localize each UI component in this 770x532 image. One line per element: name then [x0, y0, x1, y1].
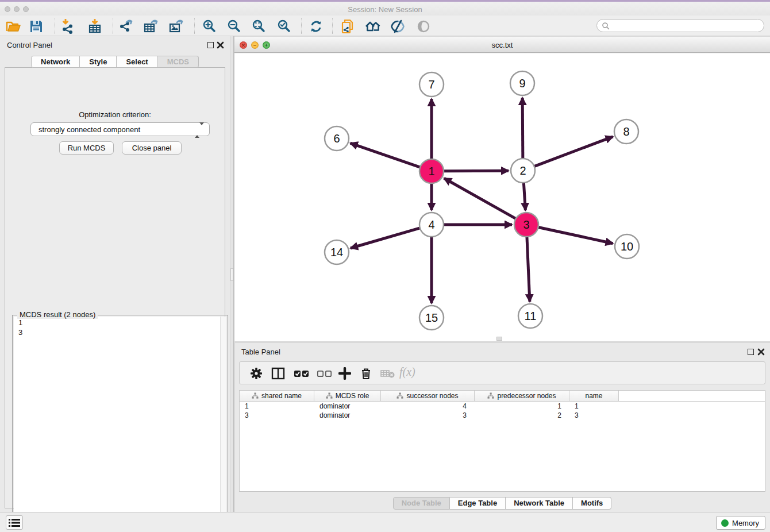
vertical-splitter[interactable] [230, 36, 234, 512]
graph-node-label-6: 6 [333, 132, 340, 145]
graph-edge-3-11[interactable] [527, 237, 530, 302]
style-slash-icon[interactable] [390, 19, 405, 34]
zoom-fit-icon[interactable] [251, 19, 266, 34]
tab-network[interactable]: Network [31, 56, 80, 68]
graph-node-label-15: 15 [425, 311, 438, 324]
result-scrollbar[interactable] [220, 317, 226, 532]
graph-edge-2-9[interactable] [522, 98, 523, 159]
graph-node-label-1: 1 [428, 165, 434, 178]
import-network-icon[interactable] [61, 19, 76, 34]
cell-predecessor-nodes[interactable]: 1 [475, 402, 569, 411]
deselect-all-icon[interactable] [317, 367, 333, 380]
tab-mcds[interactable]: MCDS [158, 56, 199, 68]
table-row[interactable]: 1dominator411 [240, 402, 765, 411]
memory-button[interactable]: Memory [716, 516, 765, 530]
cell-shared-name[interactable]: 3 [240, 411, 314, 420]
tab-network-table[interactable]: Network Table [506, 497, 573, 510]
task-history-button[interactable] [6, 515, 23, 530]
control-panel-title: Control Panel [7, 41, 52, 49]
main-toolbar [0, 16, 770, 36]
mcds-result-node: 1 [14, 318, 226, 327]
import-table-icon[interactable] [87, 19, 102, 34]
graph-edge-2-8[interactable] [534, 137, 613, 167]
delete-column-trash-icon[interactable] [360, 367, 372, 380]
zoom-in-icon[interactable] [202, 19, 217, 34]
show-columns-icon[interactable] [271, 367, 285, 380]
control-panel-tabs: NetworkStyleSelectMCDS [0, 56, 230, 68]
column-header-successor-nodes[interactable]: successor nodes [381, 391, 475, 401]
select-stepper-icon [195, 125, 204, 136]
export-table-icon[interactable] [143, 19, 158, 34]
graph-edge-1-2[interactable] [444, 171, 509, 171]
graph-edge-3-10[interactable] [538, 227, 613, 243]
graph-node-label-4: 4 [428, 218, 434, 231]
table-settings-gear-icon[interactable] [250, 367, 263, 380]
cell-name[interactable]: 1 [569, 402, 619, 411]
cell-successor-nodes[interactable]: 3 [381, 411, 475, 420]
splitter-grip[interactable] [230, 268, 233, 281]
list-icon [9, 518, 20, 527]
status-bar: Memory [0, 512, 770, 532]
tab-motifs[interactable]: Motifs [573, 497, 611, 510]
memory-status-icon [721, 519, 729, 527]
tab-edge-table[interactable]: Edge Table [450, 497, 506, 510]
tab-style[interactable]: Style [80, 56, 117, 68]
close-table-panel-icon[interactable] [757, 348, 765, 356]
mcds-result-area[interactable]: 13 [14, 317, 226, 532]
export-network-icon[interactable] [118, 19, 133, 34]
float-panel-icon[interactable] [207, 42, 214, 48]
eye-icon [416, 19, 431, 34]
node-table[interactable]: shared nameMCDS rolesuccessor nodesprede… [239, 390, 765, 492]
export-image-icon[interactable] [168, 19, 183, 34]
add-column-icon[interactable] [338, 367, 351, 380]
cell-MCDS-role[interactable]: dominator [314, 402, 381, 411]
save-session-icon[interactable] [29, 19, 44, 34]
open-session-icon[interactable] [6, 19, 21, 34]
cell-shared-name[interactable]: 1 [240, 402, 314, 411]
zoom-out-icon[interactable] [226, 19, 241, 34]
network-canvas[interactable]: 7968124314101511 [234, 53, 770, 341]
graph-node-label-9: 9 [519, 77, 525, 90]
criterion-value: strongly connected component [38, 125, 140, 134]
cell-predecessor-nodes[interactable]: 2 [475, 411, 569, 420]
canvas-grip[interactable] [496, 337, 502, 341]
refresh-view-icon[interactable] [309, 19, 324, 34]
toolbar-divider [113, 18, 113, 34]
tab-select[interactable]: Select [117, 56, 157, 68]
home-networks-icon[interactable] [365, 19, 380, 34]
close-panel-icon[interactable] [217, 41, 224, 49]
clone-network-icon[interactable] [340, 19, 355, 34]
search-box[interactable] [596, 19, 764, 32]
graph-edge-4-14[interactable] [351, 228, 420, 248]
tab-node-table[interactable]: Node Table [393, 497, 450, 510]
search-input[interactable] [612, 20, 759, 31]
cell-name[interactable]: 3 [569, 411, 619, 420]
column-header-shared-name[interactable]: shared name [240, 391, 314, 401]
network-window: ✕ − + scc.txt 7968124314101511 [234, 36, 770, 341]
column-header-name[interactable]: name [569, 391, 619, 401]
mcds-result-title: MCDS result (2 nodes) [17, 310, 98, 319]
zoom-selected-icon[interactable] [276, 19, 291, 34]
run-mcds-button[interactable]: Run MCDS [59, 141, 114, 155]
optimization-criterion-label: Optimization criterion: [5, 110, 225, 119]
search-icon [602, 22, 610, 30]
column-tree-icon [252, 392, 259, 399]
network-titlebar[interactable]: ✕ − + scc.txt [234, 36, 770, 53]
select-all-icon[interactable] [294, 367, 310, 380]
table-row[interactable]: 3dominator323 [240, 411, 765, 420]
control-panel: Control Panel NetworkStyleSelectMCDS Opt… [0, 36, 230, 512]
close-panel-button[interactable]: Close panel [122, 141, 182, 155]
column-label: successor nodes [406, 392, 458, 400]
graph-edge-2-3[interactable] [523, 183, 525, 210]
graph-node-label-8: 8 [623, 125, 629, 138]
graph-node-label-14: 14 [330, 246, 343, 259]
column-header-predecessor-nodes[interactable]: predecessor nodes [475, 391, 569, 401]
criterion-select[interactable]: strongly connected component [30, 122, 210, 136]
float-table-panel-icon[interactable] [748, 349, 754, 355]
column-tree-icon [326, 392, 333, 399]
cell-successor-nodes[interactable]: 4 [381, 402, 475, 411]
graph-edge-3-1[interactable] [444, 178, 516, 218]
graph-edge-1-6[interactable] [351, 143, 421, 167]
cell-MCDS-role[interactable]: dominator [314, 411, 381, 420]
column-header-MCDS-role[interactable]: MCDS role [314, 391, 381, 401]
